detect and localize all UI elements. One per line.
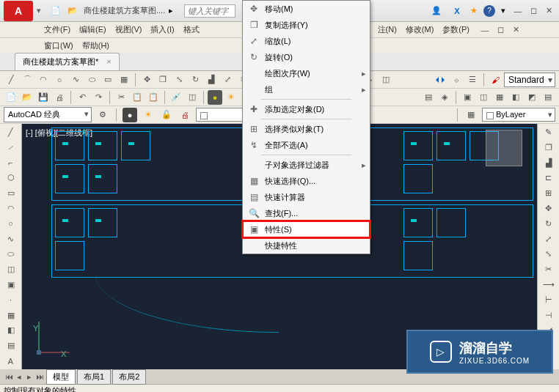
tab-nav-last-icon[interactable]: ⏭ bbox=[34, 371, 45, 382]
menu-format[interactable]: 格式 bbox=[183, 24, 200, 35]
block-icon[interactable]: ◫ bbox=[185, 90, 200, 105]
draw-table-icon[interactable]: ▤ bbox=[4, 339, 18, 352]
ctx-add-selected[interactable]: ✚ 添加选定对象(D) bbox=[243, 101, 370, 117]
ctx-rotate[interactable]: ↻ 旋转(O) bbox=[243, 49, 370, 65]
annot-toggle-icon[interactable] bbox=[433, 73, 447, 87]
rotate-tool-icon[interactable]: ↻ bbox=[188, 73, 202, 87]
ctx-select-similar[interactable]: ⊞ 选择类似对象(T) bbox=[243, 121, 370, 137]
draw-text-icon[interactable]: A bbox=[4, 354, 18, 368]
menu-dim[interactable]: 注(N) bbox=[378, 24, 397, 35]
ellipse-icon[interactable]: ⬭ bbox=[84, 73, 99, 87]
ssm-icon[interactable]: ◧ bbox=[508, 90, 523, 105]
draw-hatch-icon[interactable]: ▦ bbox=[4, 308, 18, 322]
app-menu-arrow[interactable]: ▾ bbox=[37, 6, 41, 15]
menu-edit[interactable]: 编辑(E) bbox=[79, 24, 106, 35]
help-arrow[interactable]: ▾ bbox=[501, 6, 505, 15]
draw-arc-icon[interactable]: ◠ bbox=[4, 201, 18, 215]
save-icon[interactable]: 💾 bbox=[36, 90, 51, 105]
search-input[interactable] bbox=[184, 4, 235, 18]
menu-insert[interactable]: 插入(I) bbox=[150, 24, 174, 35]
mod-move-icon[interactable]: ✥ bbox=[541, 201, 556, 215]
ctx-draw-order[interactable]: 绘图次序(W) ▸ bbox=[243, 65, 370, 81]
ctx-subobject-filter[interactable]: 子对象选择过滤器 ▸ bbox=[243, 157, 370, 173]
app-logo[interactable]: A bbox=[4, 1, 33, 21]
ctx-find[interactable]: 🔍 查找(F)... bbox=[243, 205, 370, 221]
layer-freeze-icon[interactable]: ☀ bbox=[224, 90, 238, 105]
draw-circle-icon[interactable]: ○ bbox=[4, 217, 18, 231]
stretch-icon[interactable]: ⤡ bbox=[172, 73, 186, 87]
model-tab[interactable]: 模型 bbox=[46, 369, 76, 385]
doc-restore-button[interactable]: ◻ bbox=[494, 25, 507, 35]
draw-xline-icon[interactable]: ⟋ bbox=[4, 141, 18, 155]
color-tool-icon[interactable]: ▦ bbox=[464, 108, 478, 122]
circle-tool-icon[interactable]: ○ bbox=[52, 73, 67, 87]
workspace-combo[interactable]: AutoCAD 经典 bbox=[4, 107, 92, 122]
mirror-icon[interactable]: ▟ bbox=[204, 73, 219, 87]
spline-icon[interactable]: ∿ bbox=[68, 73, 83, 87]
new-file-icon[interactable]: 📄 bbox=[4, 90, 18, 105]
cut-icon[interactable]: ✂ bbox=[114, 90, 128, 105]
ctx-scale[interactable]: ⤢ 缩放(L) bbox=[243, 33, 370, 49]
clipboard-copy-icon[interactable]: 📋 bbox=[130, 90, 145, 105]
draw-polygon-icon[interactable]: ⬡ bbox=[4, 171, 18, 185]
document-tab[interactable]: 商住楼建筑方案草图* × bbox=[15, 53, 120, 70]
maximize-button[interactable]: ◻ bbox=[527, 6, 540, 16]
menu-help[interactable]: 帮助(H) bbox=[82, 40, 109, 51]
area-icon[interactable]: ◫ bbox=[379, 73, 393, 87]
mod-rotate-icon[interactable]: ↻ bbox=[541, 217, 556, 231]
minimize-button[interactable]: — bbox=[511, 6, 525, 16]
qat-open-icon[interactable]: 📂 bbox=[65, 4, 80, 18]
draw-spline-icon[interactable]: ∿ bbox=[4, 232, 18, 246]
layer-state-icon[interactable]: ◈ bbox=[437, 90, 452, 105]
ctx-copy-selection[interactable]: ❐ 复制选择(Y) bbox=[243, 17, 370, 33]
hatch-icon[interactable]: ▦ bbox=[117, 73, 131, 87]
draw-region-icon[interactable]: ◧ bbox=[4, 324, 18, 338]
layer-plot-icon[interactable]: 🖨 bbox=[178, 108, 192, 122]
arc-tool-icon[interactable]: ◠ bbox=[36, 73, 51, 87]
star-icon[interactable]: ★ bbox=[470, 6, 478, 15]
line-tool-icon[interactable]: ╱ bbox=[4, 73, 18, 87]
ctx-group[interactable]: 组 ▸ bbox=[243, 81, 370, 97]
draw-rect-icon[interactable]: ▭ bbox=[4, 186, 18, 200]
layer-sun-icon[interactable]: ☀ bbox=[141, 108, 156, 122]
print-icon[interactable]: 🖨 bbox=[52, 90, 67, 105]
tab-nav-prev-icon[interactable]: ◂ bbox=[14, 371, 24, 382]
workspace-gear-icon[interactable]: ⚙ bbox=[95, 108, 110, 122]
ctx-move[interactable]: ✥ 移动(M) bbox=[243, 1, 370, 17]
redo-icon[interactable]: ↷ bbox=[91, 90, 106, 105]
mod-erase-icon[interactable]: ✎ bbox=[541, 125, 556, 139]
layer-lock2-icon[interactable]: 🔓 bbox=[159, 108, 174, 122]
ctx-quickcalc[interactable]: ▤ 快速计算器 bbox=[243, 189, 370, 205]
props-palette-icon[interactable]: ▣ bbox=[460, 90, 475, 105]
mod-offset-icon[interactable]: ⊏ bbox=[541, 171, 556, 185]
draw-line-icon[interactable]: ╱ bbox=[4, 125, 18, 139]
mod-trim-icon[interactable]: ✂ bbox=[541, 262, 556, 276]
scale-tool-icon[interactable]: ⤢ bbox=[220, 73, 235, 87]
annot-scale-icon[interactable]: ⟐ bbox=[449, 73, 464, 87]
style-brush-icon[interactable]: 🖌 bbox=[488, 73, 503, 87]
draw-point-icon[interactable]: · bbox=[4, 293, 18, 307]
signin-icon[interactable]: 👤 bbox=[429, 4, 444, 18]
ctx-properties[interactable]: ▣ 特性(S) bbox=[243, 221, 370, 237]
ctx-quick-select[interactable]: ▦ 快速选择(Q)... bbox=[243, 173, 370, 189]
mod-copy-icon[interactable]: ❐ bbox=[541, 141, 556, 155]
calc-icon[interactable]: ▤ bbox=[541, 90, 555, 105]
open-file-icon[interactable]: 📂 bbox=[20, 90, 34, 105]
color-combo[interactable]: ByLayer bbox=[482, 108, 555, 121]
layout2-tab[interactable]: 布局2 bbox=[112, 369, 146, 385]
copy-icon[interactable]: ❐ bbox=[156, 73, 170, 87]
exchange-icon[interactable]: X bbox=[450, 4, 464, 18]
layer-bulb-icon[interactable]: ● bbox=[208, 90, 222, 105]
menu-window[interactable]: 窗口(W) bbox=[44, 40, 73, 51]
viewcube[interactable] bbox=[486, 130, 522, 166]
tab-nav-next-icon[interactable]: ▸ bbox=[24, 371, 34, 382]
tab-close-icon[interactable]: × bbox=[106, 57, 111, 66]
mod-break-icon[interactable]: ⊢ bbox=[541, 293, 556, 307]
matchprop-icon[interactable]: 💉 bbox=[169, 90, 183, 105]
pline-tool-icon[interactable]: ⌒ bbox=[20, 73, 34, 87]
draw-insert-icon[interactable]: ◫ bbox=[4, 262, 18, 276]
markup-icon[interactable]: ◩ bbox=[525, 90, 539, 105]
qat-new-icon[interactable]: 📄 bbox=[48, 4, 63, 18]
help-icon[interactable]: ? bbox=[483, 5, 495, 17]
annot-list-icon[interactable]: ☰ bbox=[465, 73, 480, 87]
